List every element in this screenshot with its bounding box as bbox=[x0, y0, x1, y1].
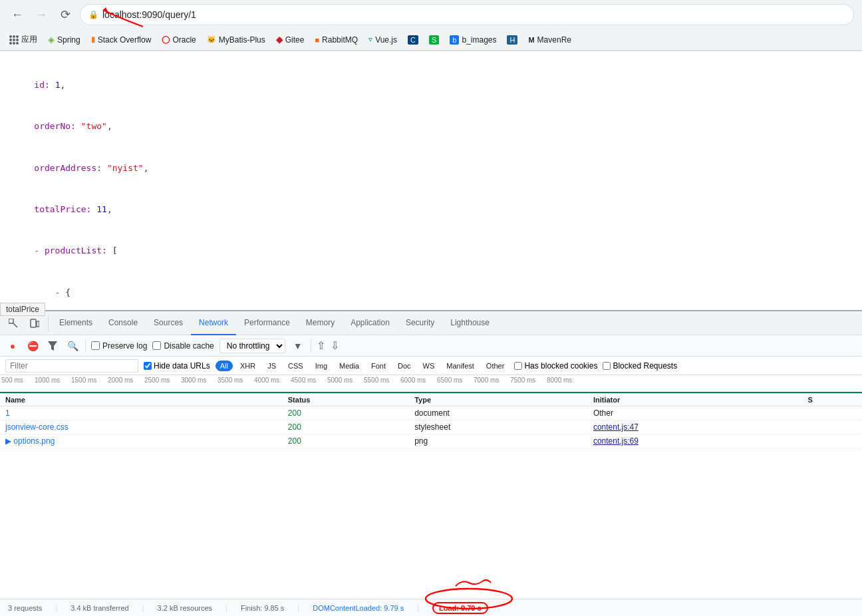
address-bar[interactable]: 🔒 localhost:9090/query/1 bbox=[80, 4, 854, 25]
search-button[interactable]: 🔍 bbox=[65, 339, 80, 353]
filter-xhr[interactable]: XHR bbox=[235, 361, 260, 371]
gitee-icon: ◆ bbox=[276, 35, 283, 45]
bookmark-mybatis-label: MyBatis-Plus bbox=[219, 35, 265, 45]
preserve-log-checkbox[interactable]: Preserve log bbox=[91, 341, 147, 351]
devtools-panel: Elements Console Sources Network Perform… bbox=[0, 310, 862, 616]
back-button[interactable]: ← bbox=[8, 5, 27, 24]
blocked-requests-checkbox[interactable]: Blocked Requests bbox=[603, 361, 677, 371]
mybatis-icon: 🐱 bbox=[207, 35, 216, 44]
tab-elements[interactable]: Elements bbox=[51, 311, 100, 335]
filter-doc[interactable]: Doc bbox=[393, 361, 416, 371]
tab-lighthouse[interactable]: Lighthouse bbox=[442, 311, 498, 335]
bookmark-h[interactable]: H bbox=[503, 34, 521, 46]
bookmark-apps-label: 应用 bbox=[21, 34, 37, 45]
blocked-requests-input[interactable] bbox=[603, 362, 611, 370]
row2-type: stylesheet bbox=[409, 420, 588, 434]
bookmark-spring[interactable]: ◈ Spring bbox=[44, 33, 84, 46]
col-status: Status bbox=[283, 394, 409, 406]
import-har-button[interactable]: ⇧ bbox=[317, 339, 325, 352]
b-icon: b bbox=[450, 35, 459, 45]
bookmark-stackoverflow[interactable]: ▮ Stack Overflow bbox=[87, 34, 156, 46]
bookmark-c[interactable]: C bbox=[404, 34, 422, 46]
tab-network[interactable]: Network bbox=[191, 311, 236, 335]
transferred-size: 3.4 kB transferred bbox=[71, 604, 128, 612]
row2-name: jsonview-core.css bbox=[0, 420, 283, 434]
record-button[interactable]: ● bbox=[5, 339, 20, 353]
bookmark-gitee[interactable]: ◆ Gitee bbox=[272, 33, 309, 46]
throttle-dropdown-button[interactable]: ▼ bbox=[291, 339, 305, 353]
hide-data-urls-input[interactable] bbox=[144, 362, 152, 370]
timeline-label: 6500 ms bbox=[436, 375, 472, 385]
timeline-label: 6000 ms bbox=[399, 375, 436, 385]
status-bar: 3 requests | 3.4 kB transferred | 3.2 kB… bbox=[0, 599, 862, 616]
filter-button[interactable] bbox=[45, 339, 60, 353]
disable-cache-checkbox[interactable]: Disable cache bbox=[152, 341, 214, 351]
timeline-label: 3500 ms bbox=[216, 375, 253, 385]
filter-manifest[interactable]: Manifest bbox=[442, 361, 479, 371]
filter-font[interactable]: Font bbox=[366, 361, 390, 371]
table-row[interactable]: 1 200 document Other bbox=[0, 406, 862, 420]
throttle-select[interactable]: No throttling bbox=[219, 339, 285, 353]
resources-size: 3.2 kB resources bbox=[158, 604, 213, 612]
hide-data-urls-label: Hide data URLs bbox=[154, 361, 210, 371]
c-icon: C bbox=[408, 35, 418, 45]
tab-security[interactable]: Security bbox=[398, 311, 442, 335]
row1-s bbox=[802, 406, 862, 420]
blocked-cookies-input[interactable] bbox=[514, 362, 522, 370]
network-table: Name Status Type Initiator S 1 200 docum… bbox=[0, 394, 862, 448]
browser-chrome: ← → ⟳ 🔒 localhost:9090/query/1 应用 ◈ Spri… bbox=[0, 0, 862, 51]
tab-memory[interactable]: Memory bbox=[298, 311, 343, 335]
timeline-label: 3000 ms bbox=[180, 375, 216, 385]
export-har-button[interactable]: ⇩ bbox=[331, 339, 339, 352]
bookmark-vuejs[interactable]: ▿ Vue.js bbox=[364, 34, 401, 46]
filter-js[interactable]: JS bbox=[263, 361, 281, 371]
inspect-element-button[interactable] bbox=[5, 315, 21, 331]
h-icon: H bbox=[507, 35, 517, 45]
tab-sources[interactable]: Sources bbox=[146, 311, 191, 335]
bookmark-rabbitmq-label: RabbitMQ bbox=[322, 35, 358, 45]
s-icon: S bbox=[429, 35, 439, 45]
json-line-id: id: 1, bbox=[13, 65, 849, 106]
table-row[interactable]: jsonview-core.css 200 stylesheet content… bbox=[0, 420, 862, 434]
bookmark-rabbitmq[interactable]: ■ RabbitMQ bbox=[311, 34, 362, 46]
load-time: Load: 9.79 s bbox=[432, 602, 488, 614]
timeline-label: 2000 ms bbox=[106, 375, 143, 385]
preserve-log-input[interactable] bbox=[91, 341, 100, 350]
filter-bar: Hide data URLs All XHR JS CSS Img Media … bbox=[0, 357, 862, 375]
bookmark-s[interactable]: S bbox=[425, 34, 443, 46]
filter-media[interactable]: Media bbox=[335, 361, 364, 371]
filter-all[interactable]: All bbox=[216, 361, 233, 371]
bookmark-bimages[interactable]: b b_images bbox=[446, 34, 500, 46]
filter-input[interactable] bbox=[5, 359, 138, 373]
bookmark-oracle[interactable]: ◯ Oracle bbox=[158, 34, 200, 46]
tab-application[interactable]: Application bbox=[343, 311, 398, 335]
bookmark-apps[interactable]: 应用 bbox=[5, 33, 41, 47]
timeline-label: 500 ms bbox=[0, 375, 33, 385]
bookmark-maven[interactable]: M MavenRe bbox=[524, 34, 575, 46]
table-row[interactable]: ▶ options.png 200 png content.js:69 bbox=[0, 434, 862, 448]
row3-s bbox=[802, 434, 862, 448]
filter-css[interactable]: CSS bbox=[283, 361, 308, 371]
hide-data-urls-checkbox[interactable]: Hide data URLs bbox=[144, 361, 210, 371]
svg-marker-5 bbox=[48, 341, 57, 351]
filter-img[interactable]: Img bbox=[311, 361, 332, 371]
col-initiator: Initiator bbox=[588, 394, 803, 406]
disable-cache-input[interactable] bbox=[152, 341, 161, 350]
reload-button[interactable]: ⟳ bbox=[56, 5, 74, 24]
col-name: Name bbox=[0, 394, 283, 406]
network-timeline: 500 ms 1000 ms 1500 ms 2000 ms 2500 ms 3… bbox=[0, 375, 862, 394]
blocked-cookies-checkbox[interactable]: Has blocked cookies bbox=[514, 361, 597, 371]
bookmark-oracle-label: Oracle bbox=[172, 35, 196, 45]
forward-button[interactable]: → bbox=[32, 5, 51, 24]
device-toolbar-button[interactable] bbox=[27, 315, 43, 331]
bookmark-mybatis[interactable]: 🐱 MyBatis-Plus bbox=[203, 34, 269, 46]
clear-button[interactable]: ⛔ bbox=[25, 339, 40, 353]
row3-type: png bbox=[409, 434, 588, 448]
filter-ws[interactable]: WS bbox=[418, 361, 440, 371]
lock-icon: 🔒 bbox=[88, 10, 98, 19]
tab-performance[interactable]: Performance bbox=[236, 311, 298, 335]
tab-console[interactable]: Console bbox=[100, 311, 146, 335]
filter-other[interactable]: Other bbox=[482, 361, 509, 371]
toolbar-separator-1 bbox=[85, 339, 86, 353]
timeline-label: 4000 ms bbox=[253, 375, 289, 385]
